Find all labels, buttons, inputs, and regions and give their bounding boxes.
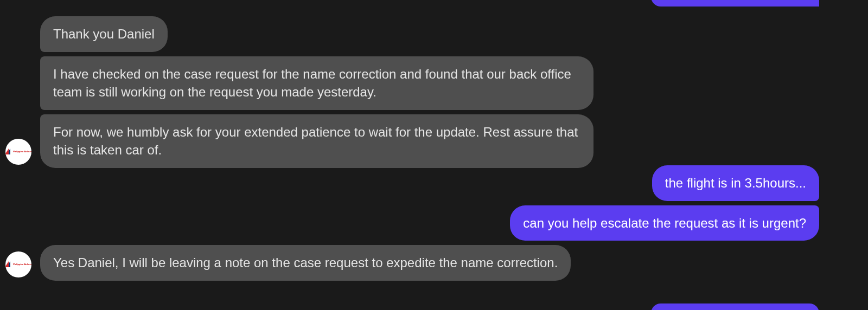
chat-message[interactable]: Thank you Daniel [40, 16, 168, 52]
chat-message[interactable]: I have checked on the case request for t… [40, 56, 593, 110]
message-group-user: the flight is in 3.5hours... can you hel… [510, 165, 819, 241]
chat-message[interactable]: For now, we humbly ask for your extended… [40, 114, 593, 168]
chat-thread: Philippine Airlines Thank you Daniel I h… [0, 0, 868, 310]
message-group-agent: Philippine Airlines Yes Daniel, I will b… [5, 245, 571, 281]
chat-message[interactable]: can you help escalate the request as it … [510, 205, 819, 241]
message-fragment [651, 303, 819, 310]
chat-message[interactable]: Yes Daniel, I will be leaving a note on … [40, 245, 571, 281]
message-group-agent: Philippine Airlines Thank you Daniel I h… [5, 16, 593, 168]
message-fragment [651, 0, 819, 7]
bubble-stack: the flight is in 3.5hours... can you hel… [510, 165, 819, 241]
airline-logo-icon: Philippine Airlines [5, 148, 31, 156]
avatar[interactable]: Philippine Airlines [5, 139, 31, 165]
avatar[interactable]: Philippine Airlines [5, 251, 31, 277]
airline-logo-icon: Philippine Airlines [5, 261, 31, 268]
chat-message[interactable]: the flight is in 3.5hours... [652, 165, 819, 201]
bubble-stack: Yes Daniel, I will be leaving a note on … [40, 245, 571, 281]
bubble-stack: Thank you Daniel I have checked on the c… [40, 16, 593, 168]
